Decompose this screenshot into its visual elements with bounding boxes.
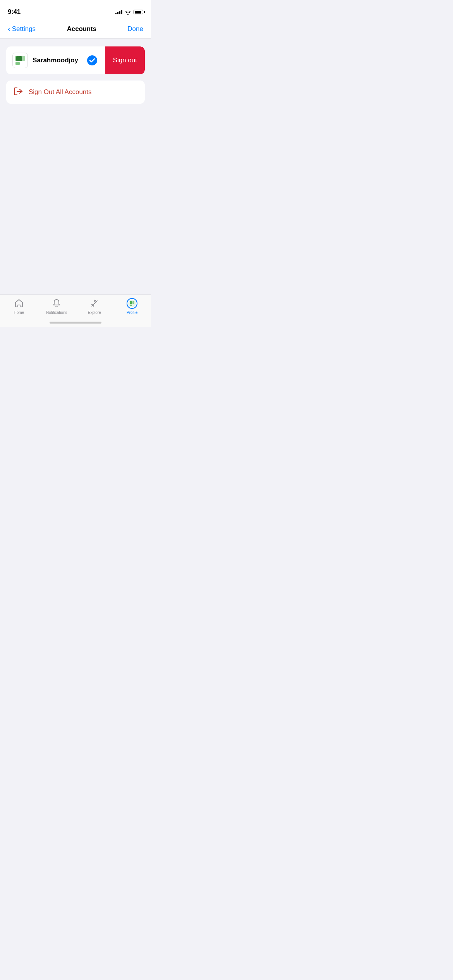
battery-icon [134,10,143,14]
sign-out-button[interactable]: Sign out [105,46,145,74]
account-card: Sarahmoodjoy Sign out [6,46,145,74]
svg-rect-11 [132,301,134,304]
svg-rect-10 [130,301,132,304]
main-content: Sarahmoodjoy Sign out Sign Out All Accou… [0,39,151,111]
tab-profile[interactable]: Profile [113,298,151,315]
profile-avatar-icon [127,298,137,309]
tab-home-label: Home [14,310,24,315]
bell-icon [51,298,62,309]
status-bar: 9:41 [0,0,151,19]
explore-icon [89,298,100,309]
tab-notifications[interactable]: Notifications [38,298,76,315]
account-info: Sarahmoodjoy [6,46,105,74]
svg-rect-8 [94,300,96,302]
done-button[interactable]: Done [127,25,143,33]
tab-home[interactable]: Home [0,298,38,315]
app-logo-icon [14,54,26,67]
status-time: 9:41 [8,8,21,16]
wifi-icon [125,10,131,15]
signal-icon [115,10,122,14]
tab-explore[interactable]: Explore [76,298,113,315]
home-indicator [50,322,101,324]
page-title: Accounts [67,25,96,33]
nav-bar: ‹ Settings Accounts Done [0,19,151,39]
back-button[interactable]: ‹ Settings [8,25,36,33]
logout-icon [14,87,22,95]
sign-out-all-label: Sign Out All Accounts [29,88,92,96]
tab-explore-label: Explore [88,310,101,315]
sign-out-all-icon [14,87,22,97]
status-icons [115,10,143,15]
home-icon [14,298,24,309]
back-label: Settings [12,25,36,33]
sign-out-all-card[interactable]: Sign Out All Accounts [6,81,145,104]
check-icon [87,55,98,66]
back-chevron-icon: ‹ [8,24,10,33]
tab-notifications-label: Notifications [46,310,67,315]
svg-point-9 [128,300,136,307]
svg-rect-12 [130,305,132,306]
tab-profile-label: Profile [127,310,137,315]
account-username: Sarahmoodjoy [33,57,78,64]
svg-rect-3 [15,62,20,65]
svg-point-4 [87,55,97,65]
account-avatar [12,53,28,68]
